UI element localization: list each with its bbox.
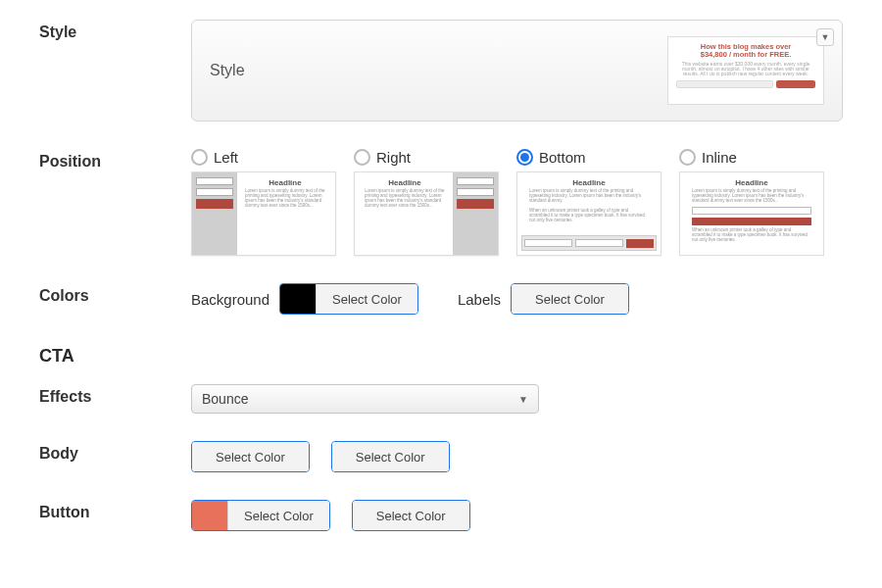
style-dropdown-panel[interactable]: Style × How this blog makes over $34,800… (191, 20, 843, 122)
position-option-left[interactable]: Left Headline Lorem ipsum is simply dumm… (191, 149, 336, 256)
select-color-text: Select Color (353, 501, 469, 530)
cta-button-color-picker-2[interactable]: Select Color (352, 500, 470, 531)
radio-inline-label: Inline (702, 149, 737, 166)
colors-background-label: Background (191, 291, 270, 308)
select-color-text: Select Color (192, 442, 309, 471)
radio-left-label: Left (214, 149, 238, 166)
colors-label: Colors (39, 283, 191, 305)
cta-button-color-picker-1[interactable]: Select Color (191, 500, 330, 531)
position-thumb-left: Headline Lorem ipsum is simply dummy tex… (191, 172, 336, 256)
radio-bottom-label: Bottom (539, 149, 586, 166)
preview-body-text: This website earns over $30,000 every mo… (676, 62, 815, 76)
style-preview-thumbnail: × How this blog makes over $34,800 / mon… (667, 36, 824, 105)
radio-inline[interactable] (679, 149, 696, 166)
style-panel-text: Style (210, 62, 245, 79)
preview-input (676, 80, 773, 88)
select-color-text: Select Color (227, 501, 329, 530)
chevron-down-icon[interactable]: ▼ (816, 28, 834, 46)
cta-button-label: Button (39, 500, 191, 521)
cta-body-label: Body (39, 441, 191, 463)
cta-body-color-picker-2[interactable]: Select Color (331, 441, 450, 472)
colors-background-picker[interactable]: Select Color (279, 283, 418, 315)
position-option-bottom[interactable]: Bottom Headline Lorem ipsum is simply du… (516, 149, 662, 256)
cta-effects-label: Effects (39, 384, 191, 406)
colors-labels-label: Labels (458, 291, 501, 308)
select-color-text: Select Color (512, 284, 628, 314)
colors-labels-picker[interactable]: Select Color (511, 283, 629, 315)
radio-right-label: Right (376, 149, 411, 166)
chevron-down-icon: ▼ (518, 394, 528, 405)
cta-body-color-picker-1[interactable]: Select Color (191, 441, 310, 472)
radio-left[interactable] (191, 149, 208, 166)
cta-section-label: CTA (39, 342, 191, 367)
style-label: Style (39, 20, 191, 41)
preview-title: How this blog makes over $34,800 / month… (676, 43, 815, 60)
position-label: Position (39, 149, 191, 171)
position-option-inline[interactable]: Inline Headline Lorem ipsum is simply du… (679, 149, 824, 256)
position-thumb-right: Headline Lorem ipsum is simply dummy tex… (354, 172, 499, 256)
radio-right[interactable] (354, 149, 370, 166)
select-color-text: Select Color (316, 284, 417, 314)
position-option-right[interactable]: Right Headline Lorem ipsum is simply dum… (354, 149, 499, 256)
position-thumb-inline: Headline Lorem ipsum is simply dummy tex… (679, 172, 824, 256)
select-color-text: Select Color (332, 442, 449, 471)
cta-button-swatch (192, 501, 227, 530)
preview-subscribe-button (776, 80, 815, 88)
position-thumb-bottom: Headline Lorem ipsum is simply dummy tex… (516, 172, 662, 256)
cta-effects-select[interactable]: Bounce ▼ (191, 384, 539, 414)
cta-effects-value: Bounce (202, 391, 248, 407)
radio-bottom[interactable] (516, 149, 533, 166)
colors-background-swatch (280, 284, 316, 314)
